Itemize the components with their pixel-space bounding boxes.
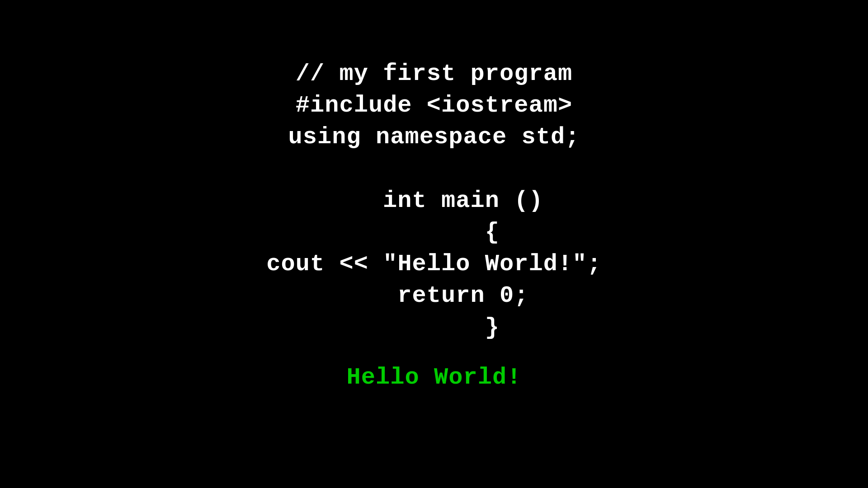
line-namespace: using namespace std; <box>288 122 580 153</box>
line-comment: // my first program <box>296 58 573 90</box>
output-text: Hello World! <box>347 362 522 394</box>
line-cout: cout << "Hello World!"; <box>266 249 602 280</box>
code-display: // my first program #include <iostream> … <box>266 58 602 394</box>
line-main: int main () <box>325 185 543 217</box>
line-return: return 0; <box>339 280 528 312</box>
line-include: #include <iostream> <box>296 90 573 122</box>
line-blank <box>427 154 441 185</box>
line-open-brace: { <box>368 217 500 249</box>
line-close-brace: } <box>368 312 500 344</box>
